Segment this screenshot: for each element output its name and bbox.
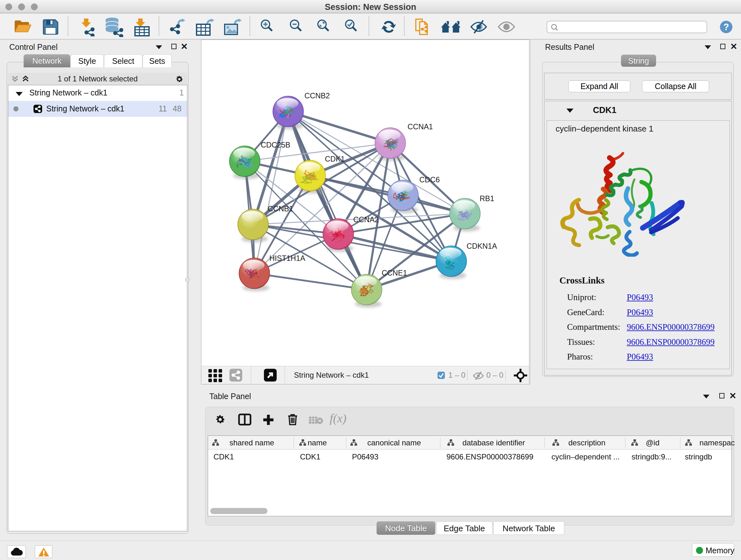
svg-text:CCNA1: CCNA1 [408, 123, 433, 131]
svg-text:CCNB2: CCNB2 [305, 91, 330, 100]
svg-text:CDKN1A: CDKN1A [467, 242, 497, 250]
svg-text:CCNE1: CCNE1 [382, 269, 407, 277]
svg-text:CDC25B: CDC25B [261, 141, 290, 149]
svg-text:CDK1: CDK1 [325, 155, 345, 163]
svg-text:CDC6: CDC6 [419, 176, 440, 184]
svg-text:CCNA2: CCNA2 [353, 215, 379, 224]
svg-text:HIST1H1A: HIST1H1A [269, 254, 306, 262]
svg-text:RB1: RB1 [480, 194, 494, 203]
svg-text:CCNB1: CCNB1 [268, 205, 293, 213]
